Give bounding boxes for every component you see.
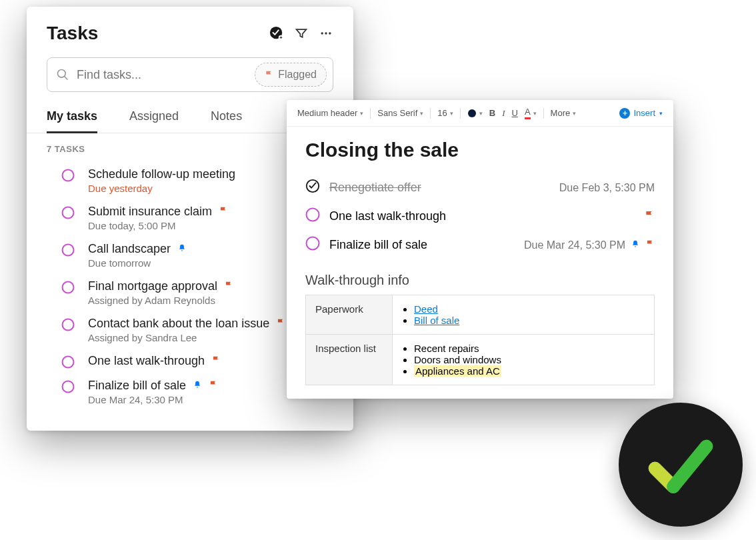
note-task-row[interactable]: One last walk-through — [305, 202, 655, 231]
flagged-filter-chip[interactable]: Flagged — [255, 63, 327, 87]
flagged-label: Flagged — [278, 69, 317, 81]
checkmark-icon — [644, 428, 717, 501]
flag-icon — [265, 70, 274, 79]
flag-icon — [211, 354, 221, 368]
svg-point-13 — [63, 357, 74, 368]
note-editor-panel: Medium header▾ Sans Serif▾ 16▾ ▾ B I U A… — [287, 100, 673, 399]
flag-icon — [276, 317, 285, 331]
link-bill-of-sale[interactable]: Bill of sale — [414, 315, 459, 326]
more-icon[interactable] — [319, 27, 333, 40]
bell-icon — [631, 239, 640, 251]
task-title: One last walk-through — [88, 354, 205, 368]
task-checkbox[interactable] — [61, 318, 75, 334]
plus-icon: + — [619, 108, 630, 119]
flag-icon — [644, 210, 655, 223]
table-label: Paperwork — [306, 295, 393, 335]
task-title: Contact bank about the loan issue — [88, 317, 269, 331]
filter-icon[interactable] — [295, 27, 308, 40]
bell-icon — [177, 242, 187, 256]
flag-icon — [645, 239, 655, 251]
task-checkbox[interactable] — [61, 169, 75, 185]
bold-button[interactable]: B — [489, 108, 495, 118]
task-checkbox[interactable] — [305, 236, 320, 254]
link-deed[interactable]: Deed — [414, 303, 438, 315]
task-title: Schedule follow-up meeting — [88, 167, 235, 181]
checkmark-badge — [619, 403, 743, 527]
text-color-button[interactable]: ▾ — [467, 109, 483, 118]
more-menu[interactable]: More▾ — [551, 108, 577, 118]
list-item: Recent repairs — [414, 343, 645, 354]
insert-button[interactable]: + Insert ▾ — [619, 108, 663, 119]
walkthrough-table: Paperwork Deed Bill of sale Inspection l… — [305, 295, 655, 385]
note-task-row[interactable]: Renegotiate offer Due Feb 3, 5:30 PM — [305, 173, 655, 202]
svg-point-17 — [307, 209, 319, 221]
tab-my-tasks[interactable]: My tasks — [47, 104, 97, 133]
svg-point-4 — [325, 32, 327, 34]
svg-point-6 — [58, 70, 66, 78]
editor-toolbar: Medium header▾ Sans Serif▾ 16▾ ▾ B I U A… — [287, 100, 673, 127]
tab-notes[interactable]: Notes — [211, 104, 242, 133]
flag-icon — [219, 205, 228, 219]
task-checkbox[interactable] — [305, 207, 320, 225]
svg-point-14 — [63, 381, 74, 393]
tasks-title: Tasks — [47, 23, 98, 44]
note-task-title: Renegotiate offer — [329, 181, 421, 195]
svg-point-10 — [63, 245, 74, 256]
svg-point-11 — [63, 282, 74, 293]
svg-point-18 — [307, 237, 319, 250]
note-task-row[interactable]: Finalize bill of sale Due Mar 24, 5:30 P… — [305, 231, 655, 259]
task-checkbox[interactable] — [61, 355, 75, 371]
svg-point-3 — [321, 32, 323, 34]
svg-point-5 — [329, 32, 331, 34]
svg-point-9 — [63, 207, 74, 219]
task-checkbox[interactable] — [61, 380, 75, 396]
header-style-select[interactable]: Medium header▾ — [297, 108, 363, 118]
list-item: Doors and windows — [414, 354, 645, 365]
list-item: Appliances and AC — [414, 365, 645, 377]
flag-icon — [224, 279, 233, 293]
task-title: Final mortgage approval — [88, 279, 217, 293]
task-title: Call landscaper — [88, 242, 171, 256]
svg-text:+: + — [279, 35, 282, 41]
note-title[interactable]: Closing the sale — [305, 139, 655, 161]
svg-point-15 — [468, 109, 476, 117]
underline-button[interactable]: U — [512, 108, 518, 118]
note-task-title: Finalize bill of sale — [329, 238, 427, 252]
note-task-title: One last walk-through — [329, 209, 446, 223]
add-check-icon[interactable]: + — [269, 26, 284, 41]
svg-line-7 — [65, 77, 68, 80]
tab-assigned[interactable]: Assigned — [129, 104, 179, 133]
task-checkbox[interactable] — [61, 206, 75, 222]
task-checkbox-done[interactable] — [305, 179, 320, 197]
svg-point-8 — [63, 170, 74, 181]
task-checkbox[interactable] — [61, 281, 75, 297]
highlighted-text: Appliances and AC — [414, 365, 501, 377]
flag-icon — [209, 379, 218, 393]
task-title: Submit insurance claim — [88, 205, 212, 219]
italic-button[interactable]: I — [502, 108, 505, 119]
task-checkbox[interactable] — [61, 243, 75, 259]
note-task-due: Due Feb 3, 5:30 PM — [559, 182, 655, 194]
section-heading: Walk-through info — [305, 273, 655, 288]
table-label: Inspection list — [306, 335, 393, 385]
font-family-select[interactable]: Sans Serif▾ — [377, 108, 423, 118]
highlight-color-button[interactable]: A▾ — [525, 107, 537, 119]
bell-icon — [193, 379, 202, 393]
table-cell[interactable]: Recent repairs Doors and windows Applian… — [393, 335, 655, 385]
task-title: Finalize bill of sale — [88, 379, 186, 393]
search-icon — [56, 68, 69, 81]
table-cell[interactable]: Deed Bill of sale — [393, 295, 655, 335]
font-size-select[interactable]: 16▾ — [437, 108, 453, 118]
svg-point-12 — [63, 319, 74, 331]
note-task-due: Due Mar 24, 5:30 PM — [524, 239, 625, 251]
